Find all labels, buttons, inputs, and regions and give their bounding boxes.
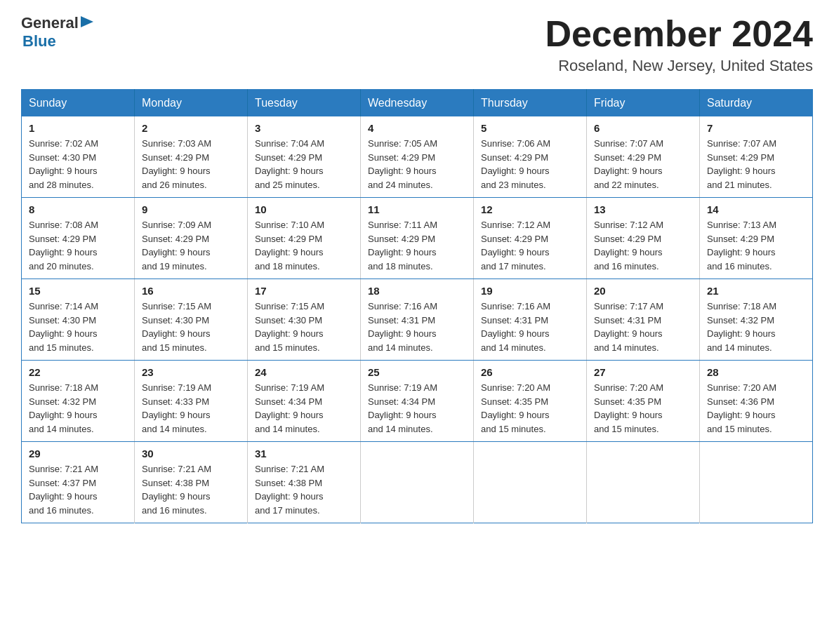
day-number: 16 xyxy=(142,285,240,297)
day-number: 6 xyxy=(594,122,692,134)
day-info: Sunrise: 7:03 AMSunset: 4:29 PMDaylight:… xyxy=(142,138,211,190)
day-info: Sunrise: 7:15 AMSunset: 4:30 PMDaylight:… xyxy=(142,301,211,353)
day-number: 13 xyxy=(594,203,692,215)
day-info: Sunrise: 7:18 AMSunset: 4:32 PMDaylight:… xyxy=(707,301,776,353)
day-info: Sunrise: 7:02 AMSunset: 4:30 PMDaylight:… xyxy=(29,138,98,190)
day-info: Sunrise: 7:20 AMSunset: 4:35 PMDaylight:… xyxy=(594,382,663,434)
calendar-cell: 17 Sunrise: 7:15 AMSunset: 4:30 PMDaylig… xyxy=(248,279,361,361)
day-info: Sunrise: 7:06 AMSunset: 4:29 PMDaylight:… xyxy=(481,138,550,190)
location-subtitle: Roseland, New Jersey, United States xyxy=(545,57,813,75)
day-info: Sunrise: 7:19 AMSunset: 4:34 PMDaylight:… xyxy=(255,382,324,434)
day-number: 12 xyxy=(481,203,579,215)
calendar-cell: 7 Sunrise: 7:07 AMSunset: 4:29 PMDayligh… xyxy=(700,116,813,198)
calendar-cell: 8 Sunrise: 7:08 AMSunset: 4:29 PMDayligh… xyxy=(22,198,135,279)
calendar-cell: 24 Sunrise: 7:19 AMSunset: 4:34 PMDaylig… xyxy=(248,361,361,442)
day-info: Sunrise: 7:19 AMSunset: 4:33 PMDaylight:… xyxy=(142,382,211,434)
calendar-week-1: 1 Sunrise: 7:02 AMSunset: 4:30 PMDayligh… xyxy=(22,116,813,198)
day-number: 24 xyxy=(255,366,353,378)
logo-general-text: General xyxy=(21,14,79,32)
day-info: Sunrise: 7:07 AMSunset: 4:29 PMDaylight:… xyxy=(594,138,663,190)
day-number: 8 xyxy=(29,203,127,215)
day-number: 1 xyxy=(29,122,127,134)
calendar-cell: 1 Sunrise: 7:02 AMSunset: 4:30 PMDayligh… xyxy=(22,116,135,198)
day-info: Sunrise: 7:17 AMSunset: 4:31 PMDaylight:… xyxy=(594,301,663,353)
day-info: Sunrise: 7:12 AMSunset: 4:29 PMDaylight:… xyxy=(481,220,550,271)
day-info: Sunrise: 7:07 AMSunset: 4:29 PMDaylight:… xyxy=(707,138,776,190)
calendar-cell xyxy=(361,442,474,523)
calendar-cell: 5 Sunrise: 7:06 AMSunset: 4:29 PMDayligh… xyxy=(474,116,587,198)
day-number: 31 xyxy=(255,448,353,459)
calendar-cell: 23 Sunrise: 7:19 AMSunset: 4:33 PMDaylig… xyxy=(135,361,248,442)
weekday-header-tuesday: Tuesday xyxy=(248,90,361,117)
day-number: 7 xyxy=(707,122,805,134)
day-number: 21 xyxy=(707,285,805,297)
calendar-cell: 16 Sunrise: 7:15 AMSunset: 4:30 PMDaylig… xyxy=(135,279,248,361)
day-number: 20 xyxy=(594,285,692,297)
logo-arrow-icon xyxy=(81,15,93,32)
day-info: Sunrise: 7:16 AMSunset: 4:31 PMDaylight:… xyxy=(481,301,550,353)
day-number: 11 xyxy=(368,203,466,215)
month-year-title: December 2024 xyxy=(545,14,813,54)
day-info: Sunrise: 7:10 AMSunset: 4:29 PMDaylight:… xyxy=(255,220,324,271)
day-number: 9 xyxy=(142,203,240,215)
calendar-cell: 28 Sunrise: 7:20 AMSunset: 4:36 PMDaylig… xyxy=(700,361,813,442)
day-number: 19 xyxy=(481,285,579,297)
day-info: Sunrise: 7:04 AMSunset: 4:29 PMDaylight:… xyxy=(255,138,324,190)
day-info: Sunrise: 7:19 AMSunset: 4:34 PMDaylight:… xyxy=(368,382,437,434)
day-number: 26 xyxy=(481,366,579,378)
logo: General Blue xyxy=(21,14,93,51)
weekday-header-monday: Monday xyxy=(135,90,248,117)
weekday-header-sunday: Sunday xyxy=(22,90,135,117)
calendar-cell: 20 Sunrise: 7:17 AMSunset: 4:31 PMDaylig… xyxy=(587,279,700,361)
calendar-cell: 10 Sunrise: 7:10 AMSunset: 4:29 PMDaylig… xyxy=(248,198,361,279)
page-header: General Blue December 2024 Roseland, New… xyxy=(21,14,813,75)
calendar-week-4: 22 Sunrise: 7:18 AMSunset: 4:32 PMDaylig… xyxy=(22,361,813,442)
calendar-cell: 14 Sunrise: 7:13 AMSunset: 4:29 PMDaylig… xyxy=(700,198,813,279)
calendar-cell xyxy=(474,442,587,523)
calendar-cell: 27 Sunrise: 7:20 AMSunset: 4:35 PMDaylig… xyxy=(587,361,700,442)
day-info: Sunrise: 7:08 AMSunset: 4:29 PMDaylight:… xyxy=(29,220,98,271)
day-info: Sunrise: 7:14 AMSunset: 4:30 PMDaylight:… xyxy=(29,301,98,353)
calendar-cell: 26 Sunrise: 7:20 AMSunset: 4:35 PMDaylig… xyxy=(474,361,587,442)
day-info: Sunrise: 7:13 AMSunset: 4:29 PMDaylight:… xyxy=(707,220,776,271)
day-number: 2 xyxy=(142,122,240,134)
day-info: Sunrise: 7:18 AMSunset: 4:32 PMDaylight:… xyxy=(29,382,98,434)
calendar-cell: 2 Sunrise: 7:03 AMSunset: 4:29 PMDayligh… xyxy=(135,116,248,198)
calendar-cell: 18 Sunrise: 7:16 AMSunset: 4:31 PMDaylig… xyxy=(361,279,474,361)
calendar-cell: 21 Sunrise: 7:18 AMSunset: 4:32 PMDaylig… xyxy=(700,279,813,361)
day-number: 30 xyxy=(142,448,240,459)
weekday-header-wednesday: Wednesday xyxy=(361,90,474,117)
day-number: 28 xyxy=(707,366,805,378)
day-info: Sunrise: 7:21 AMSunset: 4:38 PMDaylight:… xyxy=(142,464,211,516)
day-info: Sunrise: 7:20 AMSunset: 4:35 PMDaylight:… xyxy=(481,382,550,434)
logo-blue-text: Blue xyxy=(22,32,56,50)
day-number: 25 xyxy=(368,366,466,378)
calendar-cell: 6 Sunrise: 7:07 AMSunset: 4:29 PMDayligh… xyxy=(587,116,700,198)
day-number: 23 xyxy=(142,366,240,378)
calendar-week-2: 8 Sunrise: 7:08 AMSunset: 4:29 PMDayligh… xyxy=(22,198,813,279)
calendar-cell: 31 Sunrise: 7:21 AMSunset: 4:38 PMDaylig… xyxy=(248,442,361,523)
calendar-cell: 12 Sunrise: 7:12 AMSunset: 4:29 PMDaylig… xyxy=(474,198,587,279)
calendar-week-5: 29 Sunrise: 7:21 AMSunset: 4:37 PMDaylig… xyxy=(22,442,813,523)
day-number: 18 xyxy=(368,285,466,297)
day-number: 4 xyxy=(368,122,466,134)
calendar-cell: 15 Sunrise: 7:14 AMSunset: 4:30 PMDaylig… xyxy=(22,279,135,361)
day-number: 22 xyxy=(29,366,127,378)
day-info: Sunrise: 7:20 AMSunset: 4:36 PMDaylight:… xyxy=(707,382,776,434)
day-number: 29 xyxy=(29,448,127,459)
day-info: Sunrise: 7:16 AMSunset: 4:31 PMDaylight:… xyxy=(368,301,437,353)
day-info: Sunrise: 7:09 AMSunset: 4:29 PMDaylight:… xyxy=(142,220,211,271)
calendar-cell: 9 Sunrise: 7:09 AMSunset: 4:29 PMDayligh… xyxy=(135,198,248,279)
weekday-header-saturday: Saturday xyxy=(700,90,813,117)
day-number: 10 xyxy=(255,203,353,215)
calendar-cell: 30 Sunrise: 7:21 AMSunset: 4:38 PMDaylig… xyxy=(135,442,248,523)
calendar-week-3: 15 Sunrise: 7:14 AMSunset: 4:30 PMDaylig… xyxy=(22,279,813,361)
day-number: 3 xyxy=(255,122,353,134)
calendar-cell: 13 Sunrise: 7:12 AMSunset: 4:29 PMDaylig… xyxy=(587,198,700,279)
day-number: 15 xyxy=(29,285,127,297)
day-info: Sunrise: 7:11 AMSunset: 4:29 PMDaylight:… xyxy=(368,220,437,271)
calendar-cell: 25 Sunrise: 7:19 AMSunset: 4:34 PMDaylig… xyxy=(361,361,474,442)
title-section: December 2024 Roseland, New Jersey, Unit… xyxy=(545,14,813,75)
day-info: Sunrise: 7:12 AMSunset: 4:29 PMDaylight:… xyxy=(594,220,663,271)
calendar-cell: 4 Sunrise: 7:05 AMSunset: 4:29 PMDayligh… xyxy=(361,116,474,198)
